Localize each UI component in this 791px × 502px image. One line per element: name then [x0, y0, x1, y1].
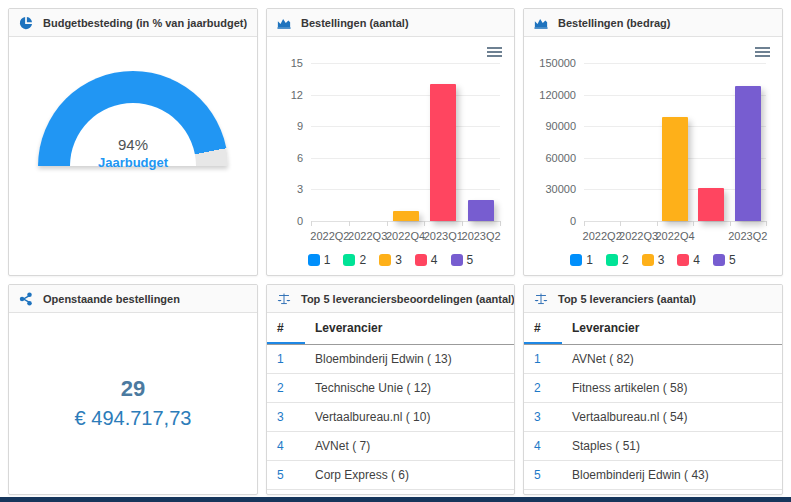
share-nodes-icon [19, 292, 33, 306]
legend-swatch [713, 254, 725, 266]
gridline [584, 63, 766, 64]
panel-orders-count: Bestellingen (aantal) 036912152022Q22022… [266, 8, 515, 276]
gridline [311, 63, 500, 64]
row-rank: 1 [524, 345, 562, 374]
row-rank: 1 [267, 345, 305, 374]
panel-top5-suppliers-title: Top 5 leveranciers (aantal) [558, 293, 696, 305]
chart-legend: 12345 [524, 253, 782, 267]
y-axis-tick-label: 6 [267, 152, 303, 164]
legend-label: 3 [658, 253, 665, 267]
x-axis-tick [462, 221, 463, 226]
balance-scale-icon [277, 292, 291, 306]
area-chart-icon [277, 16, 291, 30]
column-header-rank[interactable]: # [524, 313, 562, 345]
y-axis-tick-label: 30000 [524, 183, 576, 195]
chart-legend: 12345 [267, 253, 514, 267]
x-axis-tick [620, 221, 621, 226]
legend-label: 2 [622, 253, 629, 267]
panel-orders-count-header: Bestellingen (aantal) [267, 9, 514, 37]
orders-amount-chart: 03000060000900001200001500002022Q22022Q3… [524, 37, 782, 275]
legend-item-3[interactable]: 3 [642, 253, 665, 267]
row-supplier-name: Vertaalbureau.nl ( 10) [305, 403, 514, 432]
x-axis-label: 2023Q2 [708, 230, 783, 242]
legend-item-2[interactable]: 2 [343, 253, 366, 267]
x-axis-tick [387, 221, 388, 226]
table-header-row: # Leverancier [524, 313, 782, 345]
area-chart-icon [534, 16, 548, 30]
table-row: 2Technische Unie ( 12) [267, 374, 514, 403]
y-axis-tick-label: 120000 [524, 89, 576, 101]
row-rank: 2 [524, 374, 562, 403]
table-row: 4AVNet ( 7) [267, 432, 514, 461]
legend-item-5[interactable]: 5 [713, 253, 736, 267]
y-axis-tick-label: 0 [524, 215, 576, 227]
row-rank: 5 [524, 461, 562, 490]
legend-item-4[interactable]: 4 [415, 253, 438, 267]
legend-swatch [308, 254, 320, 266]
column-header-leverancier[interactable]: Leverancier [305, 313, 514, 345]
panel-orders-amount: Bestellingen (bedrag) 030000600009000012… [523, 8, 783, 276]
panel-top5-ratings-title: Top 5 leveranciersbeoordelingen (aantal) [301, 293, 515, 305]
y-axis-tick-label: 150000 [524, 57, 576, 69]
panel-orders-amount-header: Bestellingen (bedrag) [524, 9, 782, 37]
x-axis-tick [424, 221, 425, 226]
legend-swatch [642, 254, 654, 266]
table-row: 5Bloembinderij Edwin ( 43) [524, 461, 782, 490]
row-rank: 3 [524, 403, 562, 432]
legend-label: 3 [395, 253, 402, 267]
legend-item-3[interactable]: 3 [379, 253, 402, 267]
row-supplier-name: Staples ( 51) [562, 432, 782, 461]
legend-swatch [343, 254, 355, 266]
legend-swatch [570, 254, 582, 266]
bar-series-4 [698, 188, 724, 221]
x-axis-line [584, 221, 766, 222]
legend-label: 1 [324, 253, 331, 267]
budget-gauge: 94% Jaarbudget [38, 71, 228, 166]
legend-label: 5 [467, 253, 474, 267]
legend-label: 5 [729, 253, 736, 267]
dashboard: Budgetbesteding (in % van jaarbudget) 94… [0, 0, 791, 497]
legend-label: 1 [586, 253, 593, 267]
bar-series-3 [393, 211, 419, 222]
bar-series-5 [468, 200, 494, 221]
x-axis-tick [730, 221, 731, 226]
balance-scale-icon [534, 292, 548, 306]
panel-orders-count-title: Bestellingen (aantal) [301, 17, 409, 29]
legend-swatch [379, 254, 391, 266]
legend-swatch [606, 254, 618, 266]
table-row: 2Fitness artikelen ( 58) [524, 374, 782, 403]
x-axis-label: 2023Q2 [441, 230, 515, 242]
row-supplier-name: Bloembinderij Edwin ( 13) [305, 345, 514, 374]
panel-top5-ratings-header: Top 5 leveranciersbeoordelingen (aantal) [267, 285, 514, 313]
top5-suppliers-table-area: # Leverancier 1AVNet ( 82)2Fitness artik… [524, 313, 782, 494]
chart-menu-icon[interactable] [485, 45, 504, 59]
top5-ratings-table: # Leverancier 1Bloembinderij Edwin ( 13)… [267, 313, 514, 490]
row-supplier-name: AVNet ( 82) [562, 345, 782, 374]
row-supplier-name: Bloembinderij Edwin ( 43) [562, 461, 782, 490]
x-axis-tick [311, 221, 312, 226]
top5-ratings-table-area: # Leverancier 1Bloembinderij Edwin ( 13)… [267, 313, 514, 494]
bar-series-4 [430, 84, 456, 221]
y-axis-tick-label: 90000 [524, 120, 576, 132]
legend-swatch [451, 254, 463, 266]
row-rank: 2 [267, 374, 305, 403]
table-row: 5Corp Express ( 6) [267, 461, 514, 490]
column-header-leverancier[interactable]: Leverancier [562, 313, 782, 345]
legend-item-2[interactable]: 2 [606, 253, 629, 267]
orders-count-chart: 036912152022Q22022Q32022Q42023Q12023Q212… [267, 37, 514, 275]
panel-orders-amount-title: Bestellingen (bedrag) [558, 17, 670, 29]
column-header-rank[interactable]: # [267, 313, 305, 345]
x-axis-tick [500, 221, 501, 226]
legend-item-5[interactable]: 5 [451, 253, 474, 267]
chart-menu-icon[interactable] [753, 45, 772, 59]
panel-open-orders-header: Openstaande bestellingen [9, 285, 257, 313]
legend-item-4[interactable]: 4 [677, 253, 700, 267]
panel-top5-ratings: Top 5 leveranciersbeoordelingen (aantal)… [266, 284, 515, 495]
row-rank: 3 [267, 403, 305, 432]
y-axis-tick-label: 12 [267, 89, 303, 101]
panel-budget: Budgetbesteding (in % van jaarbudget) 94… [8, 8, 258, 276]
legend-item-1[interactable]: 1 [570, 253, 593, 267]
open-orders-count: 29 [121, 375, 145, 403]
legend-item-1[interactable]: 1 [308, 253, 331, 267]
legend-label: 4 [693, 253, 700, 267]
